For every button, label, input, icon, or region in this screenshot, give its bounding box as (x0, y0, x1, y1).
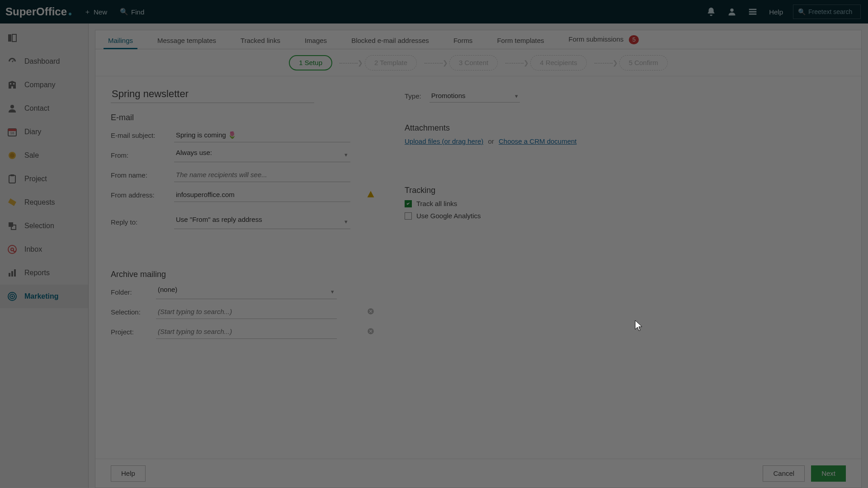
subject-label: E-mail subject: (111, 131, 174, 139)
from-name-input[interactable] (174, 168, 350, 182)
reply-to-value: Use "From" as reply address (176, 216, 262, 223)
sidebar-item-sale[interactable]: Sale (0, 144, 88, 167)
email-subject-input[interactable] (174, 128, 350, 142)
help-link[interactable]: Help (769, 8, 783, 16)
wizard-step-confirm[interactable]: 5 Confirm (619, 55, 668, 70)
wizard-step-content[interactable]: 3 Content❯ (449, 55, 498, 70)
sidebar-item-dashboard[interactable]: Dashboard (0, 50, 88, 73)
tab-badge: 5 (629, 35, 639, 44)
main-menu-icon[interactable] (746, 5, 759, 18)
wizard-step-label: 3 Content (459, 59, 488, 66)
project-label: Project: (111, 328, 156, 336)
gauge-icon (6, 56, 18, 67)
next-button[interactable]: Next (811, 465, 846, 482)
chevron-right-icon: ❯ (443, 59, 448, 66)
svg-rect-2 (12, 34, 16, 42)
notifications-icon[interactable] (705, 5, 717, 18)
chevron-right-icon: ❯ (358, 59, 363, 66)
tab-tracked-links[interactable]: Tracked links (239, 32, 282, 49)
folder-value: (none) (158, 286, 177, 293)
sidebar-item-diary[interactable]: 16 Diary (0, 120, 88, 144)
tab-label: Form submissions (569, 35, 624, 43)
track-all-links-checkbox[interactable] (405, 200, 412, 207)
sidebar-item-label: Selection (24, 222, 54, 230)
from-select[interactable]: Always use: ▾ (174, 148, 350, 162)
tab-mailings[interactable]: Mailings (106, 32, 135, 49)
help-button[interactable]: Help (111, 465, 146, 482)
tab-forms[interactable]: Forms (452, 32, 475, 49)
tab-form-submissions[interactable]: Form submissions 5 (567, 31, 641, 49)
help-button-label: Help (121, 469, 135, 477)
svg-point-20 (11, 296, 13, 297)
sidebar-item-label: Marketing (24, 292, 59, 300)
tab-form-templates[interactable]: Form templates (495, 32, 546, 49)
sidebar-item-label: Inbox (24, 245, 42, 253)
selection-input[interactable] (156, 305, 337, 319)
tab-blocked-email[interactable]: Blocked e-mail addresses (349, 32, 431, 49)
tracking-heading: Tracking (405, 186, 846, 195)
svg-point-8 (10, 153, 14, 158)
sidebar-item-project[interactable]: Project (0, 167, 88, 191)
target-icon (6, 291, 18, 302)
chevron-down-icon: ▾ (515, 93, 518, 99)
navigator: Dashboard Company Contact 16 Diary Sale … (0, 23, 89, 488)
svg-text:16: 16 (10, 131, 14, 135)
attachments-or: or (488, 137, 494, 145)
tab-images[interactable]: Images (303, 32, 329, 49)
from-address-input[interactable] (174, 188, 350, 202)
choose-crm-document-link[interactable]: Choose a CRM document (499, 137, 577, 145)
clear-icon[interactable] (367, 327, 375, 335)
sidebar-item-contact[interactable]: Contact (0, 97, 88, 120)
search-icon: 🔍 (120, 8, 128, 16)
chart-icon (6, 267, 18, 279)
sidebar-item-inbox[interactable]: Inbox (0, 238, 88, 261)
freetext-search-input[interactable]: 🔍 Freetext search (793, 5, 861, 19)
wizard-step-recipients[interactable]: 4 Recipients❯ (530, 55, 587, 70)
tab-label: Images (305, 37, 327, 44)
sidebar-item-label: Dashboard (24, 57, 60, 66)
user-icon[interactable] (726, 5, 738, 18)
clipboard-icon (6, 173, 18, 185)
reply-to-select[interactable]: Use "From" as reply address ▾ (174, 215, 350, 229)
clear-icon[interactable] (367, 307, 375, 315)
mailing-name-input[interactable] (111, 86, 314, 103)
sidebar-item-reports[interactable]: Reports (0, 261, 88, 285)
use-google-analytics-checkbox[interactable] (405, 212, 412, 220)
setup-left-column: E-mail E-mail subject: From: Always use:… (111, 86, 377, 344)
project-input[interactable] (156, 324, 337, 339)
sidebar-item-requests[interactable]: Requests (0, 191, 88, 214)
tab-label: Mailings (108, 37, 133, 44)
attachments-heading: Attachments (405, 123, 846, 133)
sidebar-item-marketing[interactable]: Marketing (0, 285, 88, 308)
sidebar-item-panel[interactable] (0, 26, 88, 50)
sidebar-item-selection[interactable]: Selection (0, 214, 88, 238)
sidebar-item-label: Company (24, 81, 55, 89)
brand-dot-icon (69, 13, 71, 15)
find-button[interactable]: 🔍 Find (120, 8, 144, 16)
from-address-label: From address: (111, 191, 174, 199)
chevron-right-icon: ❯ (524, 59, 529, 66)
search-icon: 🔍 (798, 8, 806, 15)
wizard-step-template[interactable]: 2 Template❯ (365, 55, 417, 70)
tab-message-templates[interactable]: Message templates (156, 32, 218, 49)
folder-select[interactable]: (none) ▾ (156, 285, 337, 299)
svg-rect-9 (9, 175, 15, 183)
type-value: Promotions (431, 92, 466, 99)
tab-label: Tracked links (241, 37, 280, 44)
upload-files-link[interactable]: Upload files (or drag here) (405, 137, 483, 145)
marketing-tabs: Mailings Message templates Tracked links… (95, 30, 861, 49)
use-google-analytics-label: Use Google Analytics (416, 212, 481, 220)
ticket-icon (6, 197, 18, 208)
svg-point-3 (10, 105, 14, 108)
from-label: From: (111, 151, 174, 159)
type-select[interactable]: Promotions ▾ (429, 89, 520, 103)
chevron-down-icon: ▾ (344, 218, 348, 225)
wizard-step-setup[interactable]: 1 Setup❯ (289, 55, 332, 70)
next-button-label: Next (821, 469, 835, 477)
sidebar-item-label: Sale (24, 151, 39, 160)
new-button[interactable]: ＋ New (84, 8, 107, 16)
sidebar-item-label: Contact (24, 104, 49, 113)
svg-point-13 (8, 245, 16, 253)
sidebar-item-company[interactable]: Company (0, 73, 88, 97)
cancel-button[interactable]: Cancel (763, 465, 805, 482)
